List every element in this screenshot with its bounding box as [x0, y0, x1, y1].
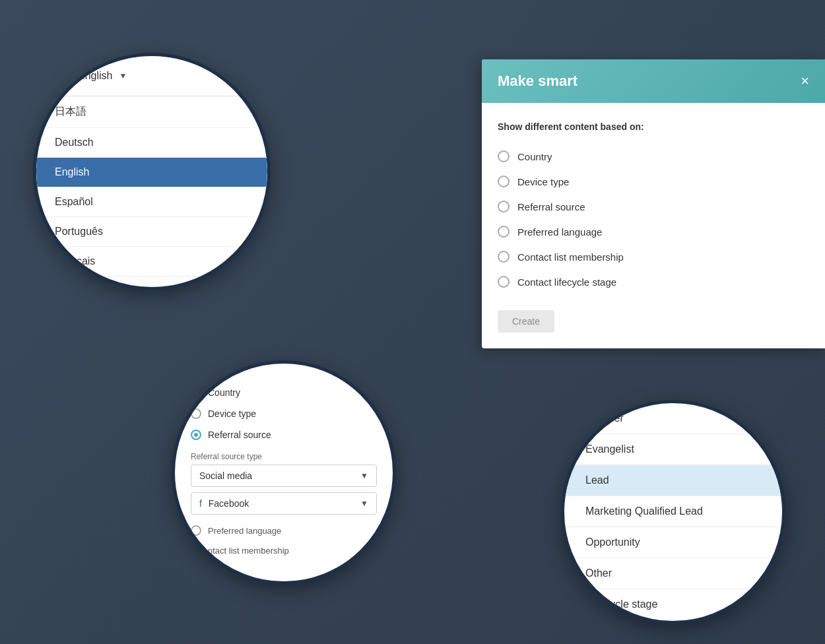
lifecycle-item-evangelist[interactable]: Evangelist: [564, 434, 782, 465]
option-contact-list-label: Contact list membership: [517, 251, 624, 263]
panel-actions: Create: [498, 310, 809, 333]
social-media-dropdown[interactable]: Social media ▼: [191, 465, 377, 487]
radio-referral-source[interactable]: [498, 201, 510, 212]
option-country-label: Country: [517, 151, 552, 162]
option-lifecycle-stage-label: Contact lifecycle stage: [517, 276, 616, 288]
ref-radio-referral-source[interactable]: [191, 430, 201, 440]
lang-item-portugues[interactable]: Português: [36, 217, 267, 247]
create-button[interactable]: Create: [498, 310, 554, 333]
lifecycle-list: ustomer Evangelist Lead Marketing Qualif…: [564, 403, 782, 620]
ref-option-referral-source[interactable]: Referral source: [191, 424, 377, 445]
social-media-chevron-icon: ▼: [360, 471, 368, 480]
language-circle: 🌐 English ▼ 日本語 Deutsch English Español …: [33, 53, 271, 290]
referral-circle-inner: Country Device type Referral source Refe…: [175, 364, 393, 581]
option-device-type[interactable]: Device type: [498, 169, 809, 194]
option-device-type-label: Device type: [517, 176, 569, 187]
ref-radio-device-type[interactable]: [191, 408, 201, 419]
ref-radio-preferred-language[interactable]: [191, 525, 201, 536]
ref-referral-source-label: Referral source: [208, 430, 271, 440]
panel-title: Make smart: [498, 73, 578, 90]
lifecycle-item-lead[interactable]: Lead: [564, 465, 782, 496]
option-contact-list[interactable]: Contact list membership: [498, 244, 809, 269]
language-list: 日本語 Deutsch English Español Português Fr…: [36, 96, 267, 276]
lifecycle-item-mql[interactable]: Marketing Qualified Lead: [564, 496, 782, 527]
lang-item-japanese[interactable]: 日本語: [36, 96, 267, 128]
lifecycle-item-opportunity[interactable]: Opportunity: [564, 527, 782, 558]
lang-item-deutsch[interactable]: Deutsch: [36, 128, 267, 158]
referral-circle: Country Device type Referral source Refe…: [172, 360, 396, 585]
radio-contact-list[interactable]: [498, 251, 510, 263]
lifecycle-circle-inner: ustomer Evangelist Lead Marketing Qualif…: [564, 403, 782, 621]
panel-body: Show different content based on: Country…: [482, 103, 825, 348]
radio-preferred-language[interactable]: [498, 226, 510, 238]
facebook-label: Facebook: [209, 498, 249, 509]
panel-subtitle: Show different content based on:: [498, 121, 809, 132]
option-referral-source-label: Referral source: [517, 201, 585, 212]
ref-option-device-type[interactable]: Device type: [191, 403, 377, 424]
ref-subfield-label: Referral source type: [191, 452, 377, 461]
lang-item-espanol[interactable]: Español: [36, 187, 267, 217]
ref-preferred-language[interactable]: Preferred language: [191, 520, 377, 541]
option-preferred-language-label: Preferred language: [517, 226, 602, 238]
panel-header: Make smart ×: [482, 59, 825, 103]
radio-country[interactable]: [498, 150, 510, 162]
facebook-chevron-icon: ▼: [360, 499, 368, 508]
ref-option-country[interactable]: Country: [191, 382, 377, 403]
option-lifecycle-stage[interactable]: Contact lifecycle stage: [498, 269, 809, 294]
lang-item-english[interactable]: English: [36, 158, 267, 187]
option-preferred-language[interactable]: Preferred language: [498, 219, 809, 244]
facebook-dropdown[interactable]: f Facebook ▼: [191, 492, 377, 515]
ref-contact-list-label: ntact list membership: [208, 546, 289, 556]
ref-device-type-label: Device type: [208, 408, 256, 419]
option-country[interactable]: Country: [498, 144, 809, 169]
chevron-down-icon: ▼: [119, 71, 127, 80]
facebook-icon: f: [199, 498, 202, 509]
radio-lifecycle-stage[interactable]: [498, 276, 510, 288]
ref-country-label: Country: [208, 387, 240, 398]
make-smart-panel: Make smart × Show different content base…: [482, 59, 825, 348]
radio-device-type[interactable]: [498, 176, 510, 187]
social-media-label: Social media: [199, 470, 252, 481]
language-circle-inner: 🌐 English ▼ 日本語 Deutsch English Español …: [36, 56, 267, 287]
lifecycle-item-other[interactable]: Other: [564, 558, 782, 589]
ref-contact-list[interactable]: ntact list membership: [191, 541, 377, 560]
option-referral-source[interactable]: Referral source: [498, 194, 809, 219]
ref-preferred-language-label: Preferred language: [208, 526, 281, 536]
close-button[interactable]: ×: [801, 74, 809, 88]
lifecycle-circle: ustomer Evangelist Lead Marketing Qualif…: [561, 400, 785, 624]
ref-subfield: Referral source type Social media ▼ f Fa…: [191, 452, 377, 515]
